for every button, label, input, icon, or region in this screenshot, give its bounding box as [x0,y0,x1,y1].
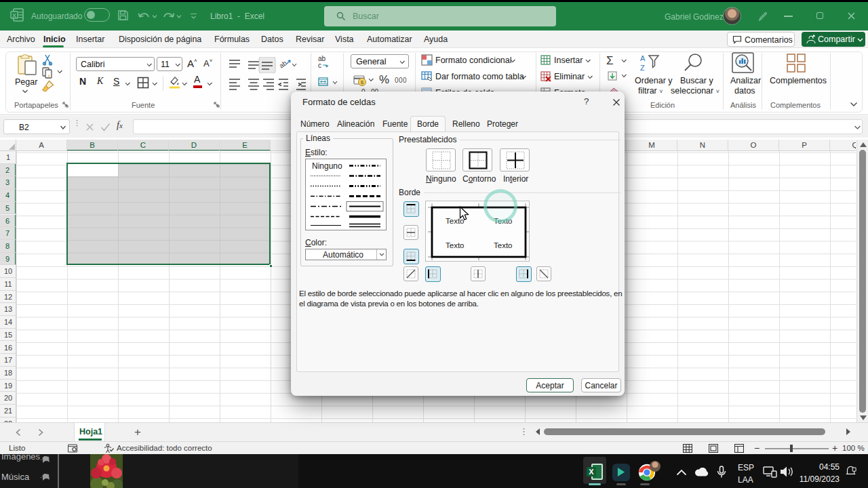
svg-text:A: A [640,54,646,62]
svg-text:X: X [12,12,16,19]
svg-text:Z: Z [640,64,645,72]
svg-text:c: c [318,62,321,69]
svg-text:Ninguno: Ninguno [312,161,342,171]
svg-text:X: X [589,468,594,476]
svg-text:ab: ab [278,59,289,70]
svg-text:$: $ [361,79,364,85]
